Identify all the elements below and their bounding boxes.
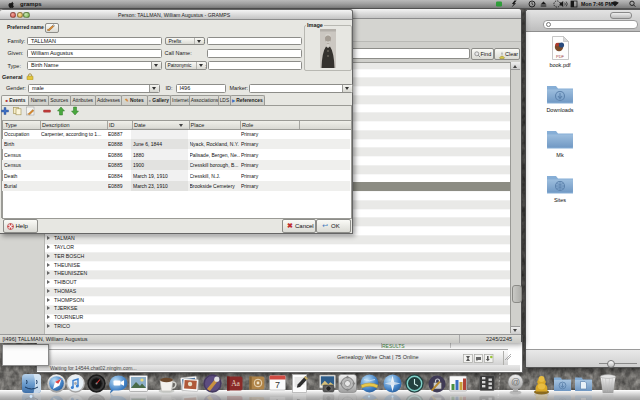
svg-text:PDF: PDF (556, 54, 565, 59)
svg-text:@: @ (511, 377, 520, 387)
svg-text:7: 7 (275, 380, 280, 390)
svg-text:Aa: Aa (231, 379, 240, 388)
